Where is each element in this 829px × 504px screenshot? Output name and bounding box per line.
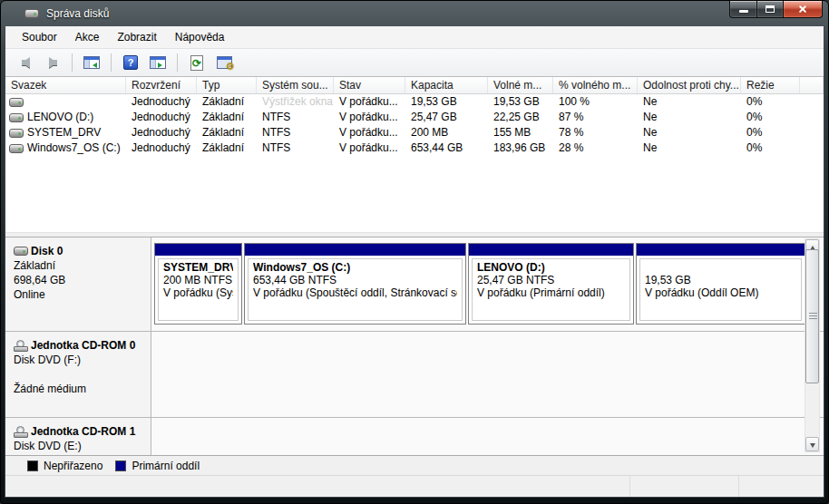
partition-oem[interactable]: 19,53 GB V pořádku (Oddíl OEM) <box>636 243 805 325</box>
cdrom0-label-panel[interactable]: Jednotka CD-ROM 0 Disk DVD (F:) Žádné mé… <box>5 332 151 417</box>
toolbar: ? ⟳ ⚙ <box>5 49 824 77</box>
volume-icon <box>9 98 24 107</box>
disk-settings-button[interactable]: ⚙ <box>213 52 235 73</box>
legend-unallocated: Nepřiřazeno <box>27 460 102 472</box>
menu-soubor[interactable]: Soubor <box>13 27 66 47</box>
cell-rozvrzeni: Jednoduchý <box>126 141 197 156</box>
minimize-button[interactable] <box>729 1 757 18</box>
legend-primary-partition: Primární oddíl <box>115 460 200 472</box>
cell-rozvrzeni: Jednoduchý <box>126 125 197 141</box>
volume-row[interactable]: LENOVO (D:) Jednoduchý Základní NTFS V p… <box>5 110 824 125</box>
column-header-typ[interactable]: Typ <box>197 77 257 93</box>
partition-size: 25,47 GB NTFS <box>477 274 625 286</box>
cdrom0-media-status: Žádné médium <box>14 382 145 396</box>
disk0-label-panel[interactable]: Disk 0 Základní 698,64 GB Online <box>5 237 151 331</box>
volume-icon <box>9 113 24 122</box>
volume-row[interactable]: SYSTEM_DRV Jednoduchý Základní NTFS V po… <box>5 125 824 141</box>
disk0-partition-strip: SYSTEM_DRV 200 MB NTFS V pořádku (Syst W… <box>151 237 824 331</box>
partition-color-band <box>245 244 465 256</box>
cell-odolnost: Ne <box>638 110 741 125</box>
cdrom0-empty-area <box>151 332 824 417</box>
partition-system-drv[interactable]: SYSTEM_DRV 200 MB NTFS V pořádku (Syst <box>154 243 242 325</box>
partition-name: SYSTEM_DRV <box>163 261 233 274</box>
scrollbar-thumb[interactable] <box>805 249 819 383</box>
status-bar <box>5 475 824 497</box>
cdrom0-name: Jednotka CD-ROM 0 <box>31 339 135 352</box>
legend-label: Nepřiřazeno <box>44 460 102 472</box>
menu-zobrazit[interactable]: Zobrazit <box>108 27 165 47</box>
help-icon: ? <box>123 55 138 70</box>
partition-name: Windows7_OS (C:) <box>253 261 457 274</box>
minimize-icon <box>739 10 748 13</box>
cell-typ: Základní <box>197 94 257 110</box>
volume-icon <box>9 129 24 138</box>
cell-rezie: 0% <box>741 125 800 141</box>
cell-volne: 183,96 GB <box>488 141 553 156</box>
partition-windows7-os[interactable]: Windows7_OS (C:) 653,44 GB NTFS V pořádk… <box>244 243 466 325</box>
menu-napoveda[interactable]: Nápověda <box>166 27 234 47</box>
refresh-button[interactable]: ⟳ <box>186 52 208 73</box>
cell-procento: 28 % <box>553 141 638 156</box>
legend-bar: Nepřiřazeno Primární oddíl <box>5 455 824 475</box>
forward-button[interactable] <box>42 52 63 73</box>
graphical-view: Disk 0 Základní 698,64 GB Online SYSTEM_… <box>5 237 824 455</box>
close-button[interactable] <box>784 1 823 18</box>
cdrom1-name: Jednotka CD-ROM 1 <box>31 425 135 438</box>
cell-kapacita: 200 MB <box>405 125 488 141</box>
volume-row[interactable]: Jednoduchý Základní Výstřižek okna V poř… <box>5 94 824 110</box>
cell-rezie: 0% <box>741 110 800 125</box>
window-title: Správa disků <box>46 7 109 20</box>
disk0-name: Disk 0 <box>31 245 63 257</box>
column-header-procento[interactable]: % volného m... <box>553 77 638 93</box>
volume-row[interactable]: Windows7_OS (C:) Jednoduchý Základní NTF… <box>5 141 824 156</box>
partition-status: V pořádku (Oddíl OEM) <box>645 286 796 299</box>
partition-size: 653,44 GB NTFS <box>253 274 457 286</box>
cdrom1-label-panel[interactable]: Jednotka CD-ROM 1 Disk DVD (E:) <box>5 418 151 455</box>
partition-lenovo[interactable]: LENOVO (D:) 25,47 GB NTFS V pořádku (Pri… <box>468 243 634 325</box>
forward-icon <box>49 57 57 68</box>
column-header-kapacita[interactable]: Kapacita <box>405 77 488 93</box>
cell-typ: Základní <box>197 110 257 125</box>
column-header-rezie[interactable]: Režie <box>741 77 800 93</box>
cell-stav: V pořádku... <box>334 125 405 141</box>
disk0-type: Základní <box>14 258 145 273</box>
column-header-odolnost[interactable]: Odolnost proti chy... <box>638 77 741 93</box>
vertical-scrollbar[interactable] <box>805 238 820 452</box>
back-button[interactable] <box>15 52 36 73</box>
cell-procento: 100 % <box>553 94 638 110</box>
volume-name: SYSTEM_DRV <box>27 125 101 141</box>
column-header-system[interactable]: Systém sou... <box>257 77 334 93</box>
action-pane-button[interactable] <box>147 52 169 73</box>
cell-kapacita: 19,53 GB <box>405 94 488 110</box>
cdrom1-drive-letter: Disk DVD (E:) <box>14 439 145 453</box>
maximize-button[interactable] <box>757 1 784 18</box>
console-tree-button[interactable] <box>81 52 102 73</box>
column-header-volne[interactable]: Volné m... <box>488 77 553 93</box>
partition-size: 19,53 GB <box>645 274 796 286</box>
partition-color-band <box>469 244 633 256</box>
column-header-svazek[interactable]: Svazek <box>5 77 126 93</box>
cell-system: NTFS <box>257 141 334 156</box>
column-header-rozvrzeni[interactable]: Rozvržení <box>126 77 197 93</box>
volume-name: Windows7_OS (C:) <box>27 141 121 156</box>
arrow-down-icon <box>810 443 815 448</box>
partition-name: LENOVO (D:) <box>477 261 625 274</box>
cell-stav: V pořádku... <box>334 110 405 125</box>
cell-odolnost: Ne <box>638 125 741 141</box>
cell-odolnost: Ne <box>638 141 741 156</box>
cell-rozvrzeni: Jednoduchý <box>126 110 197 125</box>
partition-status: V pořádku (Primární oddíl) <box>477 286 625 299</box>
help-button[interactable]: ? <box>120 52 141 73</box>
column-header-filler <box>800 77 824 93</box>
primary-partition-swatch <box>115 460 126 471</box>
column-header-stav[interactable]: Stav <box>334 77 405 93</box>
partition-status: V pořádku (Syst <box>163 286 233 299</box>
cell-system: NTFS <box>257 125 334 141</box>
scroll-down-button[interactable] <box>805 437 819 451</box>
cell-rezie: 0% <box>741 94 800 110</box>
unallocated-swatch <box>27 460 38 471</box>
menubar: Soubor Akce Zobrazit Nápověda <box>5 26 824 49</box>
menu-akce[interactable]: Akce <box>66 27 109 47</box>
scrollbar-grip-icon <box>809 313 817 320</box>
client-area: Soubor Akce Zobrazit Nápověda ? ⟳ <box>5 26 824 498</box>
